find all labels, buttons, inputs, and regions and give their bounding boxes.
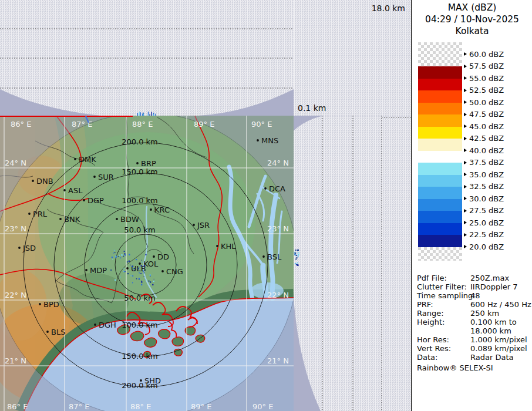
latitude-label-right: 21° N — [267, 356, 289, 365]
right-projection-panel — [294, 116, 411, 411]
city-label: DD — [157, 252, 169, 261]
metadata-row: Vert Res:0.089 km/pixel — [417, 344, 531, 353]
city-dot — [74, 158, 76, 160]
latitude-label-right: 23° N — [267, 224, 289, 233]
legend-tick-arrow-icon — [464, 197, 467, 200]
city-dot — [94, 324, 96, 326]
legend-band — [418, 103, 462, 115]
latitude-label-left: 24° N — [5, 159, 26, 167]
longitude-label-top: 89° E — [194, 120, 214, 129]
city-dot — [264, 187, 267, 190]
legend-tick-arrow-icon — [464, 173, 467, 176]
metadata-row: Hor Res:1.000 km/pixel — [417, 335, 531, 344]
legend-band — [418, 90, 462, 103]
metadata-row: Time sampling:48 — [417, 291, 531, 300]
legend-tick-arrow-icon — [464, 185, 467, 188]
metadata-row: Data:Radar Data — [417, 353, 531, 362]
city-label: JSD — [22, 244, 36, 252]
city-dot — [126, 267, 129, 269]
range-ring-label: 100.0 km — [122, 321, 158, 329]
longitude-label-top: 90° E — [251, 120, 272, 129]
legend-label: 20.0 dBZ — [464, 242, 504, 251]
legend-band — [418, 127, 462, 139]
city-dot — [262, 255, 265, 258]
radar-map: 86° E86° E87° E87° E88° E88° E89° E89° E… — [0, 116, 294, 411]
legend-band — [418, 163, 462, 175]
city-dot — [140, 379, 142, 382]
product-metadata: Pdf File:250Z.maxClutter Filter:IIRDoppl… — [417, 274, 531, 362]
legend-tick-arrow-icon — [464, 209, 467, 213]
legend-label: 25.0 dBZ — [464, 218, 504, 227]
out-of-range-wedge-top — [294, 116, 323, 131]
city-label: CNG — [166, 267, 183, 276]
legend-band — [418, 139, 462, 151]
city-dot — [216, 245, 218, 247]
legend-label: 27.5 dBZ — [464, 206, 504, 215]
legend-tick-arrow-icon — [464, 137, 467, 140]
legend-label: 45.0 dBZ — [464, 122, 504, 131]
city-dot — [150, 208, 152, 211]
top-projection-graphics — [0, 0, 294, 116]
legend-tick-arrow-icon — [464, 89, 467, 92]
metadata-row: Range:250 km — [417, 309, 531, 318]
city-label: DGH — [99, 321, 116, 329]
city-label: KHL — [221, 242, 236, 251]
city-dot — [32, 180, 34, 182]
range-ring-label: 150.0 km — [122, 167, 158, 176]
legend-tick-arrow-icon — [464, 124, 467, 128]
height-gridlines — [0, 29, 294, 88]
legend-band-checker — [418, 42, 462, 66]
legend-label: 60.0 dBZ — [464, 49, 504, 59]
legend-tick-arrow-icon — [464, 76, 467, 80]
city-dot — [63, 189, 66, 191]
city-label: DGP — [87, 196, 104, 205]
city-dot — [93, 176, 96, 178]
right-projection-graphics — [294, 116, 411, 411]
software-brand: Rainbow® SELEX-SI — [417, 363, 493, 372]
legend-label: 35.0 dBZ — [464, 170, 504, 179]
out-of-range-wedge-bottom — [294, 298, 321, 411]
height-gridlines-vertical — [322, 116, 411, 411]
legend-label: 52.5 dBZ — [464, 86, 504, 95]
range-ring-label: 50.0 km — [124, 225, 155, 234]
city-dot — [153, 255, 155, 258]
city-dot — [161, 270, 164, 272]
latitude-label-left: 23° N — [5, 224, 26, 233]
legend-label: 42.5 dBZ — [464, 134, 504, 143]
legend-tick-arrow-icon — [464, 245, 467, 248]
city-dot — [257, 139, 259, 142]
legend-label: 32.5 dBZ — [464, 182, 504, 191]
metadata-row: Pdf File:250Z.max — [417, 274, 531, 282]
longitude-label-bottom: 86° E — [7, 402, 28, 411]
latitude-label-right: 22° N — [267, 291, 289, 299]
city-label: SUR — [98, 173, 114, 181]
city-dot — [28, 213, 31, 215]
radar-map-viewport[interactable]: 86° E86° E87° E87° E88° E88° E89° E89° E… — [0, 116, 294, 411]
city-dot — [39, 303, 41, 305]
latitude-label-right: 24° N — [267, 159, 289, 167]
out-of-range-wedge-right — [198, 89, 294, 116]
product-info-panel: MAX (dBZ) 04:29 / 10-Nov-2025 Kolkata 60… — [411, 0, 532, 411]
range-ring-label: 200.0 km — [122, 137, 158, 146]
legend-band — [418, 199, 462, 211]
legend-tick-arrow-icon — [464, 52, 467, 56]
city-label: JSR — [197, 221, 210, 230]
legend-label: 22.5 dBZ — [464, 230, 504, 240]
city-label: DCA — [269, 184, 285, 193]
city-dot — [85, 269, 87, 271]
longitude-label-bottom: 90° E — [252, 402, 273, 411]
city-label: BSL — [267, 252, 282, 261]
longitude-label-top: 87° E — [72, 120, 92, 129]
legend-label: 57.5 dBZ — [464, 62, 504, 71]
range-ring-label: 100.0 km — [122, 196, 158, 205]
product-title: MAX (dBZ) — [412, 2, 532, 14]
product-datetime: 04:29 / 10-Nov-2025 — [412, 14, 532, 25]
city-dot — [136, 162, 139, 164]
legend-band-checker — [418, 247, 462, 261]
range-ring-label: 150.0 km — [122, 352, 158, 361]
radar-application-window: 18.0 km 0.1 km — [0, 0, 532, 411]
legend-tick-arrow-icon — [464, 233, 467, 237]
city-label: ASL — [68, 186, 83, 195]
echo-projection-top — [137, 112, 156, 116]
legend-band — [418, 175, 462, 187]
